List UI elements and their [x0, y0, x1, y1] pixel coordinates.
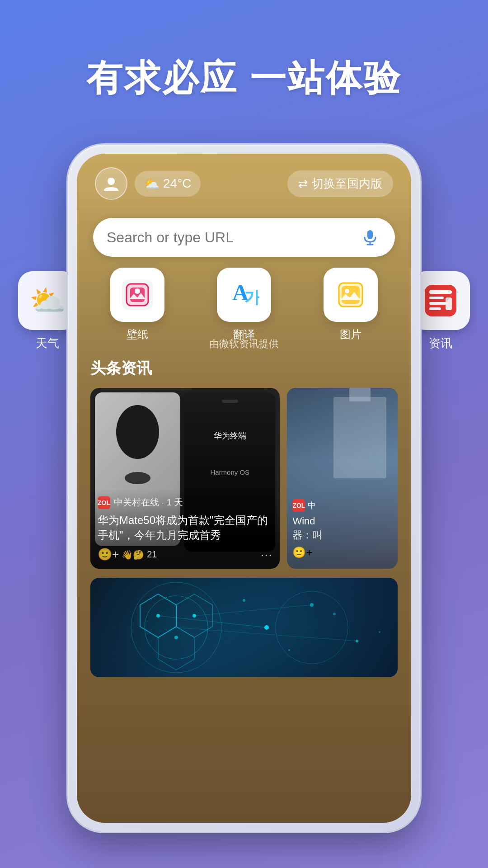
- svg-marker-26: [158, 627, 194, 670]
- apps-inner: 壁纸 A 가 翻译: [84, 268, 404, 342]
- microphone-icon[interactable]: [359, 226, 381, 249]
- news-card-content: ZOL 中关村在线 · 1 天 华为Mate50将成为首款"完全国产的手机"，今…: [90, 489, 280, 569]
- news-card-tech[interactable]: [90, 578, 398, 677]
- translate-icon[interactable]: A 가: [217, 268, 271, 322]
- news-source: ZOL 中关村在线 · 1 天: [98, 496, 272, 509]
- partial-source-icon: ZOL: [292, 499, 305, 512]
- weather-badge: ⛅ 24°C: [135, 171, 201, 197]
- partial-headline: Wind器：叫: [292, 514, 392, 542]
- svg-rect-19: [342, 286, 360, 304]
- phone-frame: ⛅ 24°C ⇄ 切换至国内版: [68, 145, 420, 832]
- harmony-label: 华为终端: [184, 430, 275, 441]
- svg-rect-1: [429, 290, 452, 294]
- avatar-button[interactable]: [95, 167, 127, 200]
- partial-emoji[interactable]: 🙂+: [292, 546, 312, 559]
- switch-label: 切换至国内版: [312, 176, 382, 192]
- svg-point-33: [264, 625, 269, 630]
- photos-label: 图片: [340, 327, 361, 342]
- svg-point-39: [379, 631, 380, 633]
- switch-icon: ⇄: [298, 177, 308, 191]
- wallpaper-label: 壁纸: [127, 327, 148, 342]
- wallpaper-app[interactable]: 壁纸: [104, 268, 171, 342]
- svg-point-23: [276, 591, 348, 664]
- news-headline: 华为Mate50将成为首款"完全国产的手机"，今年九月完成首秀: [98, 513, 272, 543]
- emoji-add[interactable]: 🙂+: [98, 547, 119, 561]
- svg-point-6: [108, 178, 115, 185]
- svg-point-34: [310, 603, 314, 607]
- tech-visual: [90, 578, 398, 677]
- partial-source-name: 中: [308, 500, 316, 511]
- switch-region-button[interactable]: ⇄ 切换至国内版: [287, 170, 393, 197]
- news-reactions: 🙂+ 👋🤔 21 ···: [98, 547, 272, 561]
- source-icon: ZOL: [98, 496, 110, 509]
- svg-point-32: [174, 636, 178, 639]
- apps-section: 壁纸 A 가 翻译: [77, 268, 411, 351]
- reaction-count: 21: [147, 549, 157, 560]
- search-bar[interactable]: [93, 218, 395, 257]
- status-bar: ⛅ 24°C ⇄ 切换至国内版: [77, 154, 411, 209]
- svg-point-31: [192, 614, 196, 618]
- news-app-label: 资讯: [429, 335, 452, 351]
- svg-rect-2: [429, 297, 444, 299]
- news-section-title: 头条资讯: [90, 358, 398, 379]
- svg-line-28: [194, 605, 312, 616]
- news-card-partial[interactable]: ZOL 中 Wind器：叫 🙂+: [287, 388, 398, 569]
- svg-point-14: [135, 288, 140, 294]
- status-left: ⛅ 24°C: [95, 167, 201, 200]
- svg-rect-3: [429, 302, 446, 305]
- svg-point-30: [156, 614, 160, 618]
- hero-section: 有求必应 一站体验: [0, 0, 488, 130]
- svg-point-20: [345, 289, 349, 293]
- source-name: 中关村在线 · 1 天: [114, 496, 183, 509]
- weather-icon: ⛅: [144, 176, 160, 191]
- reaction-emojis[interactable]: 🙂+ 👋🤔 21: [98, 547, 157, 561]
- harmony-os-label: Harmony OS: [184, 468, 275, 476]
- svg-rect-4: [429, 307, 441, 310]
- emoji-reactions: 👋🤔: [122, 549, 144, 560]
- news-grid: 华为终端 Harmony OS ZOL 中关村在线 · 1 天 华为Mate50…: [90, 388, 398, 569]
- weather-app-label: 天气: [36, 335, 59, 351]
- svg-point-38: [333, 613, 336, 615]
- phone-screen: ⛅ 24°C ⇄ 切换至国内版: [77, 154, 411, 823]
- hero-title: 有求必应 一站体验: [0, 54, 488, 103]
- wallpaper-icon[interactable]: [110, 268, 164, 322]
- news-card-main[interactable]: 华为终端 Harmony OS ZOL 中关村在线 · 1 天 华为Mate50…: [90, 388, 280, 569]
- photos-app[interactable]: 图片: [317, 268, 384, 342]
- svg-point-35: [356, 640, 358, 642]
- svg-point-36: [243, 599, 245, 602]
- translate-app[interactable]: A 가 翻译: [211, 268, 277, 342]
- svg-rect-7: [367, 230, 373, 239]
- svg-rect-5: [446, 297, 452, 310]
- news-section: 头条资讯: [77, 358, 411, 677]
- search-input[interactable]: [107, 229, 359, 246]
- photos-icon[interactable]: [324, 268, 378, 322]
- svg-text:가: 가: [244, 288, 259, 307]
- temperature: 24°C: [163, 176, 192, 191]
- svg-point-37: [288, 649, 290, 651]
- more-options-button[interactable]: ···: [261, 548, 272, 561]
- phone-mockup: ⛅ 天气 资讯: [59, 145, 429, 845]
